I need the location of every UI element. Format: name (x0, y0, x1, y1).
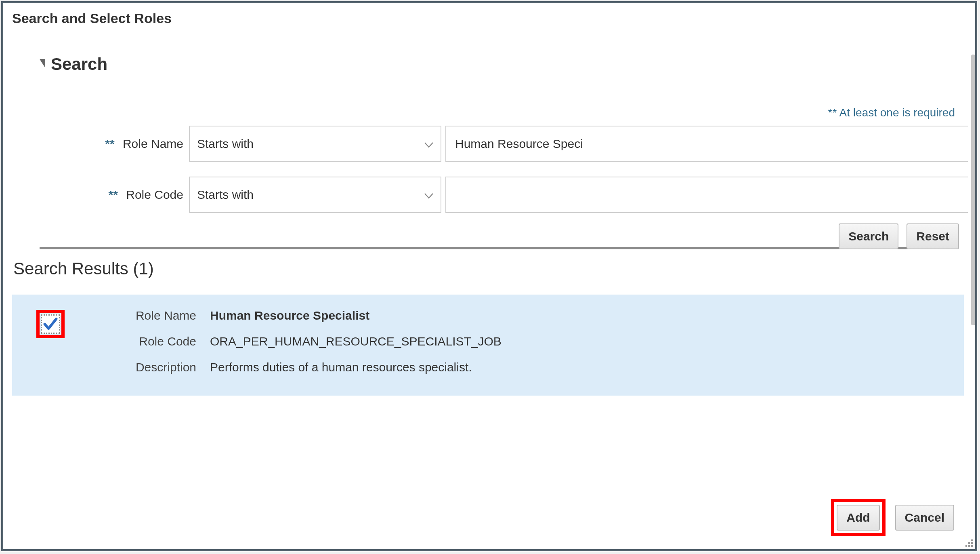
role-name-label-wrap: ** Role Name (3, 137, 189, 151)
search-button-row: Search Reset (3, 223, 975, 249)
role-code-label: Role Code (126, 188, 183, 201)
dialog-body: Search ** At least one is required ** Ro… (3, 55, 975, 501)
reset-button[interactable]: Reset (907, 223, 959, 249)
collapse-icon (40, 59, 45, 68)
resize-grip[interactable] (962, 536, 974, 548)
search-results-heading: Search Results (1) (3, 259, 975, 278)
result-description-value: Performs duties of a human resources spe… (210, 360, 472, 375)
search-fields: ** At least one is required ** Role Name… (3, 106, 975, 249)
role-code-label-wrap: ** Role Code (3, 188, 189, 202)
required-marker: ** (109, 188, 123, 201)
search-heading: Search (51, 55, 107, 74)
dialog-title: Search and Select Roles (3, 3, 975, 26)
vertical-scrollbar[interactable] (971, 55, 975, 325)
role-name-input[interactable] (445, 126, 968, 162)
add-button[interactable]: Add (837, 505, 879, 531)
result-role-code-value: ORA_PER_HUMAN_RESOURCE_SPECIALIST_JOB (210, 334, 502, 349)
annotation-highlight-add: Add (831, 499, 885, 536)
role-name-operator-value: Starts with (197, 137, 254, 151)
role-name-label: Role Name (123, 137, 183, 150)
role-code-operator-select[interactable]: Starts with (189, 177, 441, 213)
chevron-down-icon (424, 137, 433, 151)
cancel-button[interactable]: Cancel (895, 505, 954, 531)
result-item[interactable]: Role Name Human Resource Specialist Role… (12, 295, 964, 396)
required-hint: ** At least one is required (3, 106, 975, 119)
role-code-operator-value: Starts with (197, 188, 254, 202)
result-role-code-label: Role Code (109, 334, 210, 349)
search-button[interactable]: Search (839, 223, 898, 249)
result-role-name-value: Human Resource Specialist (210, 308, 369, 323)
role-code-input[interactable] (445, 177, 968, 213)
dialog-search-select-roles: Search and Select Roles Search ** At lea… (1, 1, 977, 551)
search-section-header[interactable]: Search (3, 55, 975, 74)
role-name-operator-select[interactable]: Starts with (189, 126, 441, 162)
annotation-highlight-checkbox (36, 310, 65, 338)
required-marker: ** (105, 137, 119, 150)
vertical-scrollbar-thumb[interactable] (971, 55, 975, 325)
chevron-down-icon (424, 188, 433, 202)
result-details: Role Name Human Resource Specialist Role… (109, 308, 960, 375)
result-role-name-label: Role Name (109, 308, 210, 323)
field-row-role-name: ** Role Name Starts with (3, 126, 975, 162)
result-description-label: Description (109, 360, 210, 375)
result-checkbox[interactable] (41, 314, 60, 334)
dialog-footer: Add Cancel (831, 499, 954, 536)
field-row-role-code: ** Role Code Starts with (3, 177, 975, 213)
